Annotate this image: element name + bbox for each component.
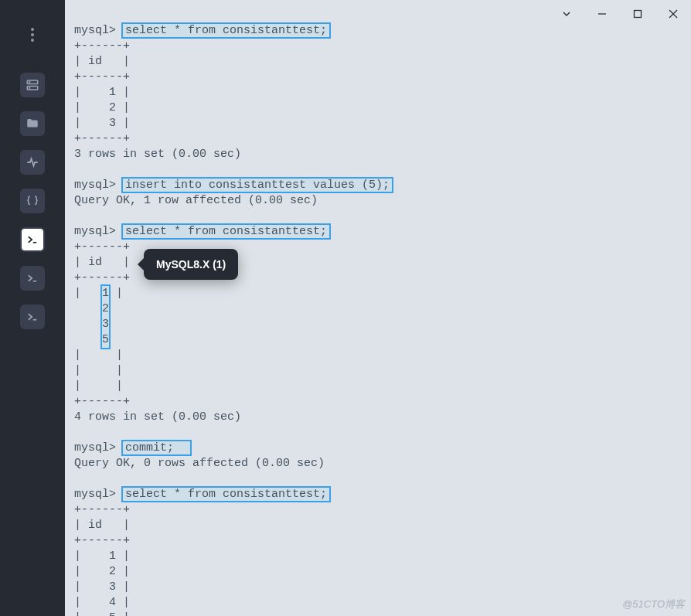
table-row: | 4 | xyxy=(74,596,130,609)
table-row: | 2 | xyxy=(74,565,130,578)
result-line: Query OK, 0 rows affected (0.00 sec) xyxy=(74,457,325,470)
table-sep: +------+ xyxy=(74,271,130,284)
chevron-down-icon xyxy=(562,9,571,19)
table-sep: +------+ xyxy=(74,503,130,516)
content-area: mysql> select * from consistanttest; +--… xyxy=(65,0,691,616)
table-sep: +------+ xyxy=(74,132,130,145)
activity-icon xyxy=(26,155,39,169)
sql-command: select * from consistanttest; xyxy=(123,488,329,501)
sidebar-item-terminal-3[interactable] xyxy=(20,305,45,329)
table-header: | id | xyxy=(74,519,130,532)
sidebar-item-files[interactable] xyxy=(20,111,45,136)
row-prefix: | xyxy=(74,349,102,362)
sidebar-item-braces[interactable] xyxy=(20,189,45,213)
table-row: | 2 | xyxy=(74,101,130,114)
svg-point-3 xyxy=(29,87,30,88)
row-suffix: | xyxy=(109,349,123,362)
row-prefix: | xyxy=(74,379,102,393)
prompt: mysql> xyxy=(74,179,123,192)
row-suffix: | xyxy=(109,287,123,300)
value: 1 xyxy=(102,287,109,300)
sidebar-item-terminal-2[interactable] xyxy=(20,266,45,291)
sql-command: select * from consistanttest; xyxy=(123,24,329,37)
tooltip: MySQL8.X (1) xyxy=(144,249,238,280)
sql-command: insert into consistanttest values (5); xyxy=(123,179,392,192)
table-sep: +------+ xyxy=(74,395,130,408)
menu-icon[interactable] xyxy=(31,28,34,42)
folder-icon xyxy=(26,117,39,131)
sidebar-item-terminal-1[interactable] xyxy=(20,227,45,252)
table-row: | 3 | xyxy=(74,117,130,130)
svg-point-2 xyxy=(29,82,30,83)
terminal-icon xyxy=(26,271,39,285)
row-suffix: | xyxy=(109,364,123,377)
table-sep: +------+ xyxy=(74,39,130,53)
tooltip-label: MySQL8.X (1) xyxy=(156,258,226,271)
row-prefix: | xyxy=(74,287,102,300)
value: 3 xyxy=(102,318,109,331)
row-prefix: | xyxy=(74,364,102,377)
table-row: | 5 | xyxy=(74,611,130,616)
server-icon xyxy=(26,78,39,92)
table-row: | 3 | xyxy=(74,580,130,594)
table-sep: +------+ xyxy=(74,534,130,547)
terminal-icon xyxy=(26,310,39,324)
result-summary: 3 rows in set (0.00 sec) xyxy=(74,148,241,161)
prompt: mysql> xyxy=(74,24,123,37)
sidebar-item-server[interactable] xyxy=(20,73,45,97)
prompt: mysql> xyxy=(74,488,123,501)
prompt: mysql> xyxy=(74,225,123,238)
svg-rect-8 xyxy=(635,11,642,18)
table-row: | 1 | xyxy=(74,86,130,99)
result-line: Query OK, 1 row affected (0.00 sec) xyxy=(74,194,318,207)
table-sep: +------+ xyxy=(74,240,130,254)
maximize-icon xyxy=(633,9,642,19)
table-row: | 1 | xyxy=(74,550,130,563)
watermark: @51CTO博客 xyxy=(622,597,685,611)
highlighted-values: 1 2 3 5 xyxy=(102,286,109,348)
terminal-icon xyxy=(26,233,39,247)
table-header: | id | xyxy=(74,55,130,68)
close-icon xyxy=(669,9,678,19)
terminal-output[interactable]: mysql> select * from consistanttest; +--… xyxy=(74,23,685,613)
value: 2 xyxy=(102,302,109,315)
sql-command: commit; xyxy=(123,441,190,454)
sidebar xyxy=(0,0,65,616)
table-header: | id | xyxy=(74,256,130,269)
table-sep: +------+ xyxy=(74,70,130,83)
braces-icon xyxy=(26,194,39,208)
sql-command: select * from consistanttest; xyxy=(123,225,329,238)
value: 5 xyxy=(102,333,109,346)
minimize-icon xyxy=(597,9,607,19)
sidebar-item-activity[interactable] xyxy=(20,150,45,175)
row-suffix: | xyxy=(109,379,123,393)
result-summary: 4 rows in set (0.00 sec) xyxy=(74,410,241,424)
prompt: mysql> xyxy=(74,441,123,454)
